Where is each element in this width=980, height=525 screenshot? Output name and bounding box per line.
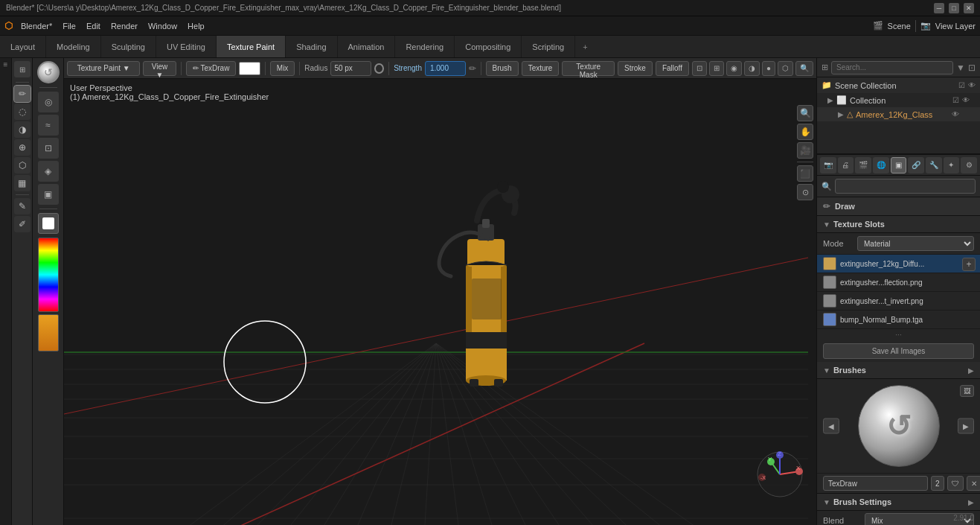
props-tab-particles[interactable]: ✦	[944, 157, 960, 174]
props-tab-object[interactable]: ▣	[891, 157, 907, 174]
coll-eye[interactable]: 👁	[962, 96, 970, 104]
texture-item-3[interactable]: extingusher...t_invert.png	[817, 292, 980, 311]
texture-item-1[interactable]: extingusher_12kg_Diffu...	[817, 255, 980, 273]
tool-clone[interactable]: ⊕	[14, 139, 31, 156]
nav-orbit[interactable]: 🎥	[797, 142, 813, 159]
nav-vis[interactable]: ⊙	[797, 184, 813, 200]
palette-smear[interactable]: ≈	[38, 115, 59, 136]
tab-shading[interactable]: Shading	[286, 36, 337, 57]
tab-sculpting[interactable]: Sculpting	[101, 36, 156, 57]
palette-clone[interactable]: ⊡	[38, 138, 59, 159]
props-tab-physics[interactable]: ⚙	[961, 157, 977, 174]
brush-active-icon[interactable]: ↺	[37, 61, 60, 83]
texture-slots-header[interactable]: ▼ Texture Slots	[817, 216, 980, 233]
search-icon-btn[interactable]: 🔍	[795, 61, 813, 76]
viewport-icon2[interactable]: ⊞	[709, 61, 724, 76]
strength-field[interactable]: 1.000	[425, 61, 466, 76]
color-picker-rect[interactable]	[239, 62, 260, 75]
brush-settings-header[interactable]: ▼ Brush Settings ▶	[817, 493, 980, 511]
collection-row[interactable]: ▶ ⬜ Collection ☑ 👁	[817, 93, 980, 107]
tool-soften[interactable]: ◌	[14, 104, 31, 120]
brush-image-button[interactable]: 🖼	[960, 385, 974, 397]
viewport-icon6[interactable]: ⬡	[778, 61, 793, 76]
outliner-search[interactable]	[831, 61, 953, 74]
add-texture-btn[interactable]: +	[962, 258, 976, 271]
coll-check[interactable]: ☑	[952, 96, 959, 104]
tool-annotate2[interactable]: ✐	[14, 216, 31, 232]
texture-item-4[interactable]: bump_Normal_Bump.tga	[817, 311, 980, 329]
workspace-icon[interactable]: ≡	[4, 60, 8, 69]
tab-rendering[interactable]: Rendering	[395, 36, 455, 57]
maximize-button[interactable]: □	[949, 3, 959, 13]
brush-prev-button[interactable]: ◀	[823, 419, 839, 434]
tab-add[interactable]: +	[575, 36, 595, 57]
falloff-dropdown[interactable]: Falloff	[656, 61, 689, 76]
scene-coll-check[interactable]: ☑	[958, 81, 965, 89]
viewport-icon3[interactable]: ◉	[726, 61, 742, 76]
outliner-filter-btn[interactable]: ▼	[956, 63, 965, 73]
viewport-icon4[interactable]: ◑	[744, 61, 760, 76]
brush-type-field[interactable]: ✏ TexDraw	[186, 61, 237, 76]
close-button[interactable]: ✕	[964, 3, 974, 13]
tab-texture-paint[interactable]: Texture Paint	[217, 36, 286, 57]
texture-mask-dropdown[interactable]: Texture Mask	[562, 61, 615, 76]
menu-render[interactable]: Render	[107, 20, 141, 32]
orientation-gizmo[interactable]: -X X Y Z	[756, 451, 804, 499]
menu-file[interactable]: File	[59, 20, 80, 32]
tab-layout[interactable]: Layout	[0, 36, 46, 57]
menu-help[interactable]: Help	[184, 20, 208, 32]
menu-edit[interactable]: Edit	[83, 20, 104, 32]
props-tab-output[interactable]: 🖨	[838, 157, 854, 174]
brushes-header[interactable]: ▼ Brushes ▶	[817, 362, 980, 379]
tab-compositing[interactable]: Compositing	[455, 36, 522, 57]
tool-smear[interactable]: ◑	[14, 121, 31, 138]
object-row[interactable]: ▶ △ Amerex_12Kg_Class 👁	[817, 107, 980, 121]
strength-icon-btn[interactable]: ✏	[469, 63, 476, 74]
tool-fill[interactable]: ⬡	[14, 157, 31, 174]
outliner-filter2-btn[interactable]: ⊡	[968, 63, 976, 73]
stroke-dropdown[interactable]: Stroke	[618, 61, 653, 76]
tool-mode-icon[interactable]: ⊞	[14, 61, 31, 77]
tab-scripting[interactable]: Scripting	[522, 36, 575, 57]
mix-button[interactable]: Mix	[270, 61, 295, 76]
tool-draw[interactable]: ✏	[14, 86, 31, 102]
brush-name-input[interactable]	[823, 476, 928, 491]
props-tab-render[interactable]: 📷	[820, 157, 836, 174]
scene-collection-row[interactable]: 📁 Scene Collection ☑ 👁	[817, 77, 980, 93]
nav-pan[interactable]: ✋	[797, 124, 813, 140]
obj-eye[interactable]: 👁	[952, 110, 959, 118]
menu-blender[interactable]: Blender*	[17, 20, 56, 32]
props-tab-world[interactable]: 🌐	[873, 157, 889, 174]
radius-input[interactable]	[330, 61, 371, 76]
viewport-icon5[interactable]: ●	[762, 61, 775, 76]
tool-mask[interactable]: ▦	[14, 175, 31, 191]
save-all-images-btn[interactable]: Save All Images	[823, 343, 974, 359]
palette-color-picker[interactable]: ◎	[38, 92, 59, 112]
props-search-input[interactable]	[835, 179, 976, 194]
tab-modeling[interactable]: Modeling	[46, 36, 101, 57]
palette-fill[interactable]: ◈	[38, 161, 59, 182]
nav-zoom-in[interactable]: 🔍	[797, 105, 813, 121]
brush-unlink-btn[interactable]: ✕	[967, 476, 980, 491]
color-swatch-current[interactable]	[38, 213, 59, 234]
minimize-button[interactable]: ─	[934, 3, 944, 13]
tab-uv-editing[interactable]: UV Editing	[156, 36, 217, 57]
tool-annotate[interactable]: ✎	[14, 198, 31, 214]
props-tab-modifier[interactable]: 🔧	[926, 157, 942, 174]
props-tab-scene[interactable]: 🎬	[855, 157, 871, 174]
mode-select[interactable]: Material	[857, 236, 974, 251]
menu-window[interactable]: Window	[144, 20, 181, 32]
texture-item-2[interactable]: extingusher...flection.png	[817, 273, 980, 292]
props-tab-constraint[interactable]: 🔗	[908, 157, 924, 174]
color-strip[interactable]	[38, 238, 59, 312]
tab-animation[interactable]: Animation	[338, 36, 396, 57]
viewport-icon1[interactable]: ⊡	[692, 61, 707, 76]
draw-header[interactable]: ✏ Draw	[817, 197, 980, 216]
brush-next-button[interactable]: ▶	[958, 419, 974, 434]
texture-dropdown[interactable]: Texture	[522, 61, 560, 76]
brush-shield-btn[interactable]: 🛡	[947, 476, 964, 491]
mode-select[interactable]: Texture Paint ▼	[67, 61, 140, 76]
brush-dropdown[interactable]: Brush	[486, 61, 519, 76]
palette-mask[interactable]: ▣	[38, 184, 59, 205]
orange-swatch[interactable]	[38, 314, 59, 351]
